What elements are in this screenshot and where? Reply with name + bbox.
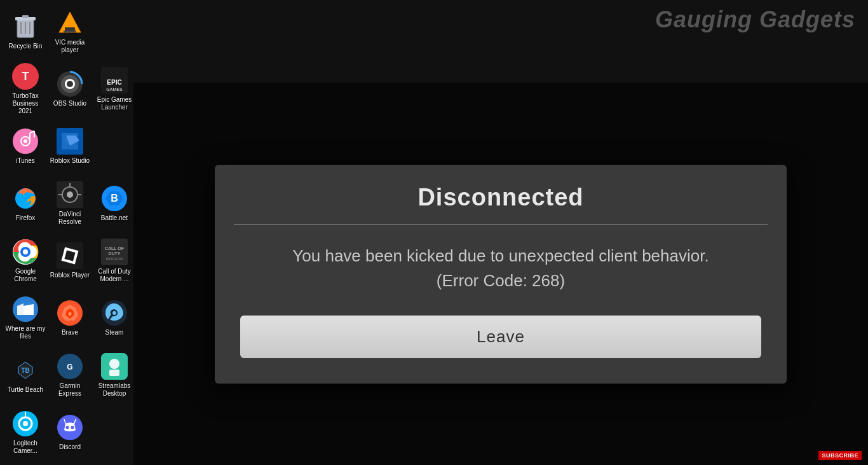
wherefiles-icon	[12, 296, 39, 323]
icon-empty3	[92, 404, 137, 461]
icon-obs[interactable]: OBS Studio	[48, 60, 92, 118]
davinci-label: DaVinci Resolve	[50, 211, 91, 226]
recycle-bin-icon	[12, 13, 39, 40]
chrome-label: Google Chrome	[5, 268, 46, 283]
svg-point-41	[23, 249, 28, 254]
icon-turtlebeach[interactable]: TB Turtle Beach	[3, 347, 48, 404]
svg-point-32	[67, 191, 73, 198]
streamlabs-icon	[101, 353, 128, 380]
turbotax-icon: T	[12, 63, 39, 90]
vlc-icon	[57, 10, 83, 36]
roblox-player-label: Roblox Player	[50, 272, 90, 279]
svg-text:B: B	[111, 193, 118, 204]
svg-text:DUTY: DUTY	[108, 251, 120, 256]
chrome-icon	[12, 239, 39, 265]
svg-point-21	[24, 139, 27, 143]
firefox-label: Firefox	[16, 214, 36, 222]
battlenet-label: Battle.net	[101, 214, 128, 222]
icon-streamlabs[interactable]: Streamlabs Desktop	[92, 347, 137, 404]
icon-turbotax[interactable]: T TurboTax Business 2021	[3, 60, 48, 118]
icon-brave[interactable]: Brave	[48, 289, 92, 347]
subscribe-badge[interactable]: SUBSCRIBE	[818, 451, 862, 460]
svg-text:EPIC: EPIC	[107, 79, 121, 86]
icon-battlenet[interactable]: B Battle.net	[92, 175, 137, 232]
icon-itunes[interactable]: iTunes	[3, 118, 48, 175]
dialog-message: You have been kicked due to unexpected c…	[240, 244, 761, 293]
davinci-icon	[57, 181, 83, 208]
epic-games-label: Epic Games Launcher	[94, 96, 135, 111]
turbotax-label: TurboTax Business 2021	[5, 92, 46, 115]
itunes-icon	[12, 128, 39, 155]
logitech-icon	[12, 410, 39, 437]
icon-logitech[interactable]: Logitech Camer...	[3, 404, 48, 461]
svg-text:T: T	[22, 70, 29, 83]
icon-davinci[interactable]: DaVinci Resolve	[48, 175, 92, 232]
svg-point-65	[23, 421, 28, 426]
svg-point-15	[67, 81, 73, 87]
desktop-icons-grid: Recycle Bin VIC media player	[0, 0, 133, 465]
svg-text:CALL OF: CALL OF	[105, 246, 125, 251]
recycle-bin-label: Recycle Bin	[9, 43, 43, 50]
disconnected-dialog: Disconnected You have been kicked due to…	[215, 165, 787, 384]
icon-garmin[interactable]: G Garmin Express	[48, 347, 92, 404]
icon-roblox-studio[interactable]: Roblox Studio	[48, 118, 92, 175]
svg-text:MODERN: MODERN	[106, 257, 123, 261]
dialog-title: Disconnected	[240, 184, 761, 211]
svg-point-68	[66, 426, 69, 429]
roblox-player-icon	[57, 242, 83, 269]
icon-recycle-bin[interactable]: Recycle Bin	[3, 3, 48, 60]
garmin-label: Garmin Express	[50, 382, 91, 398]
icon-roblox-player[interactable]: Roblox Player	[48, 232, 92, 289]
desktop: Gauging Gadgets SUBSCRIBE Recycle Bin	[0, 0, 868, 465]
icon-codmw[interactable]: CALL OF DUTY MODERN Call of Duty Modern …	[92, 232, 137, 289]
itunes-label: iTunes	[16, 157, 35, 165]
icon-epic-games[interactable]: EPIC GAMES Epic Games Launcher	[92, 60, 137, 118]
svg-rect-62	[109, 370, 119, 376]
wherefiles-label: Where are my files	[5, 325, 46, 340]
codmw-icon: CALL OF DUTY MODERN	[101, 239, 128, 265]
dialog-overlay: Disconnected You have been kicked due to…	[133, 83, 868, 465]
icon-wherefiles[interactable]: Where are my files	[3, 289, 48, 347]
obs-label: OBS Studio	[53, 100, 86, 108]
streamlabs-label: Streamlabs Desktop	[94, 382, 135, 398]
turtlebeach-icon: TB	[12, 357, 39, 384]
epic-games-icon: EPIC GAMES	[101, 67, 128, 94]
battlenet-icon: B	[101, 185, 128, 212]
icon-vlc[interactable]: VIC media player	[48, 3, 92, 60]
turtlebeach-label: Turtle Beach	[8, 386, 43, 394]
brave-icon	[57, 300, 83, 326]
svg-text:GAMES: GAMES	[106, 87, 123, 92]
roblox-studio-icon	[57, 128, 83, 155]
svg-rect-9	[64, 31, 76, 32]
steam-label: Steam	[105, 329, 124, 337]
svg-text:TB: TB	[21, 367, 29, 374]
icon-discord[interactable]: Discord	[48, 404, 92, 461]
icon-chrome[interactable]: Google Chrome	[3, 232, 48, 289]
icon-empty2	[92, 118, 137, 175]
svg-point-69	[71, 426, 74, 429]
icon-steam[interactable]: Steam	[92, 289, 137, 347]
empty1-icon	[101, 17, 128, 44]
garmin-icon: G	[57, 353, 83, 380]
codmw-label: Call of Duty Modern ...	[94, 268, 135, 283]
leave-button[interactable]: Leave	[240, 316, 761, 358]
empty2-icon	[101, 132, 128, 158]
firefox-icon	[12, 185, 39, 212]
svg-text:G: G	[67, 363, 72, 371]
roblox-studio-label: Roblox Studio	[50, 157, 90, 165]
empty3-icon	[101, 418, 128, 445]
icon-firefox[interactable]: Firefox	[3, 175, 48, 232]
obs-icon	[57, 71, 83, 97]
steam-icon	[101, 300, 128, 326]
svg-point-61	[109, 359, 119, 369]
svg-rect-2	[22, 15, 29, 18]
icon-empty1	[92, 3, 137, 60]
discord-label: Discord	[59, 443, 81, 451]
svg-rect-8	[65, 27, 75, 31]
svg-point-54	[112, 311, 116, 315]
vlc-label: VIC media player	[50, 39, 91, 54]
dialog-divider	[234, 224, 768, 225]
watermark-text: Gauging Gadgets	[655, 6, 855, 33]
logitech-label: Logitech Camer...	[5, 440, 46, 455]
brave-label: Brave	[62, 329, 78, 337]
